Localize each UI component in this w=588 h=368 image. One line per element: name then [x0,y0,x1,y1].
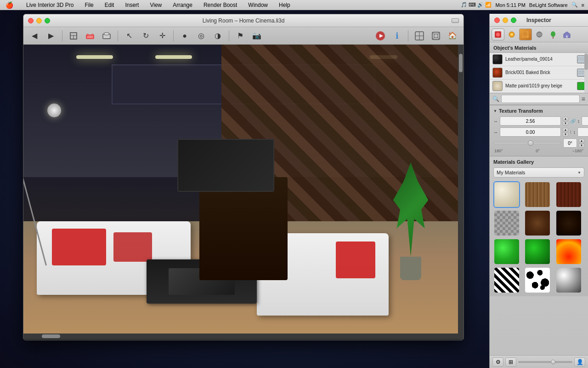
x-scale-stepper[interactable]: ▲ ▼ [563,117,568,126]
inspector-person-button[interactable]: 👤 [574,357,585,367]
x-offset-input[interactable] [500,127,561,137]
inspector-texture-tab[interactable] [519,29,532,40]
inspector-maximize-button[interactable] [511,17,516,23]
x-offset-up[interactable]: ▲ [563,128,568,132]
menu-edit[interactable]: Edit [103,2,116,8]
gallery-item-dark-brown[interactable] [555,210,582,236]
top-view-button[interactable] [412,29,427,42]
gallery-item-green-dark[interactable] [524,238,551,265]
gallery-item-fire[interactable] [555,238,582,265]
svg-rect-39 [578,83,584,89]
view-half[interactable]: ◑ [210,29,225,42]
objects-materials-section: Object's Materials Leather/pamela_09014 … [490,42,588,105]
menu-insert[interactable]: Insert [123,2,141,8]
y-scale-input[interactable] [582,116,588,126]
filter-input[interactable] [501,95,580,103]
inspector-materials-tab[interactable] [492,29,504,40]
inspector-zoom-thumb[interactable] [551,360,555,364]
inspector-minimize-button[interactable] [503,17,508,23]
gallery-item-zebra[interactable] [493,267,520,293]
x-scale-input[interactable] [500,116,561,126]
menubar-time: Mon 5:11 PM [495,2,525,8]
animate-button[interactable] [373,29,388,42]
menu-help[interactable]: Help [277,2,292,8]
svg-rect-7 [104,33,109,35]
camera-tool[interactable]: 📷 [249,29,264,42]
material-item-matte[interactable]: Matte paint/1019 grey beige [490,80,588,93]
crosshair-tool[interactable]: ✛ [155,29,170,42]
brick-swatch [492,68,503,78]
inspector-grid-button[interactable]: ⊞ [505,357,516,367]
gallery-dropdown[interactable]: My Materials ▼ [493,167,584,178]
orbit-tool[interactable]: ↻ [138,29,153,42]
floor-plan-button[interactable] [66,29,81,42]
close-button[interactable] [28,18,34,23]
rotation-stepper[interactable]: ▲ ▼ [579,139,584,148]
menu-window[interactable]: Window [246,2,270,8]
home-view-button[interactable]: 🏠 [445,29,460,42]
materials-gallery-section: Materials Gallery My Materials ▼ [490,156,588,296]
fire-material [556,239,581,264]
perspective-button[interactable] [429,29,443,42]
gallery-item-dalmatian[interactable] [524,267,551,293]
y-offset-input[interactable] [577,127,588,137]
nav-back-button[interactable]: ◀ [27,29,42,42]
inspector-plant-tab[interactable] [547,29,560,40]
view-sphere[interactable]: ● [177,29,192,42]
texture-transform-triangle[interactable]: ▼ [493,109,497,113]
menubar-search-icon[interactable]: 🔍 [571,2,578,8]
x-offset-stepper[interactable]: ▲ ▼ [563,128,568,137]
viewport-3d[interactable] [23,45,464,339]
info-button[interactable]: ℹ [390,29,404,42]
menu-file[interactable]: File [83,2,95,8]
select-tool[interactable]: ↖ [122,29,136,42]
viewport-scrollbar-vertical[interactable] [458,45,464,334]
gallery-item-stone-grey[interactable] [493,210,520,236]
menu-view[interactable]: View [148,2,164,8]
gallery-item-chrome[interactable] [555,267,582,293]
menu-arrange[interactable]: Arrange [171,2,194,8]
dark-brown-material [556,211,581,236]
maximize-button[interactable] [45,18,50,23]
rotation-up[interactable]: ▲ [579,139,584,143]
x-scale-up[interactable]: ▲ [563,117,568,121]
material-list-scrollbar[interactable] [584,53,588,93]
viewport-scrollbar-horizontal[interactable] [23,334,464,339]
walk-tool[interactable]: ⚑ [233,29,248,42]
view-ring[interactable]: ◎ [194,29,209,42]
material-list: Leather/pamela_09014 Brick/001 Baked Bri… [490,53,588,93]
scene-render [23,45,464,339]
furniture-button[interactable] [83,29,97,42]
inspector-surface-tab[interactable] [533,29,546,40]
material-item-leather[interactable]: Leather/pamela_09014 [490,53,588,66]
x-offset-down[interactable]: ▼ [563,132,568,137]
menubar-menu-icon[interactable]: ≡ [582,2,584,8]
inspector-arch-tab[interactable] [560,29,573,40]
rotation-slider-thumb[interactable] [528,140,533,146]
minimize-button[interactable] [36,18,42,23]
nav-forward-button[interactable]: ▶ [44,29,58,42]
scale-link-icon[interactable]: 🔗 [570,119,576,124]
lamp-head [47,104,61,117]
x-scale-down[interactable]: ▼ [563,121,568,126]
menu-render-boost[interactable]: Render Boost [202,2,239,8]
plant-pot [400,257,421,280]
gallery-item-green-bright[interactable] [493,238,520,265]
objects-button[interactable] [99,29,114,42]
menu-app[interactable]: Live Interior 3D Pro [24,2,75,8]
inspector-zoom-slider[interactable] [518,361,572,363]
inspector-add-button[interactable]: ⚙ [492,357,503,367]
apple-menu[interactable]: 🍎 [4,1,15,9]
gallery-item-wood-brown[interactable] [524,210,551,236]
rotation-slider[interactable] [493,142,561,144]
inspector-traffic-lights [494,17,516,23]
window-collapse-button[interactable] [452,18,459,23]
rotation-down[interactable]: ▼ [579,144,584,148]
material-item-brick[interactable]: Brick/001 Baked Brick [490,66,588,80]
gallery-item-wood-dark-red[interactable] [555,181,582,208]
gallery-item-cream[interactable] [493,181,520,208]
inspector-close-button[interactable] [494,17,500,23]
filter-menu-icon[interactable]: ≡ [582,95,585,103]
gallery-item-wood-light[interactable] [524,181,551,208]
inspector-light-tab[interactable] [505,29,518,40]
